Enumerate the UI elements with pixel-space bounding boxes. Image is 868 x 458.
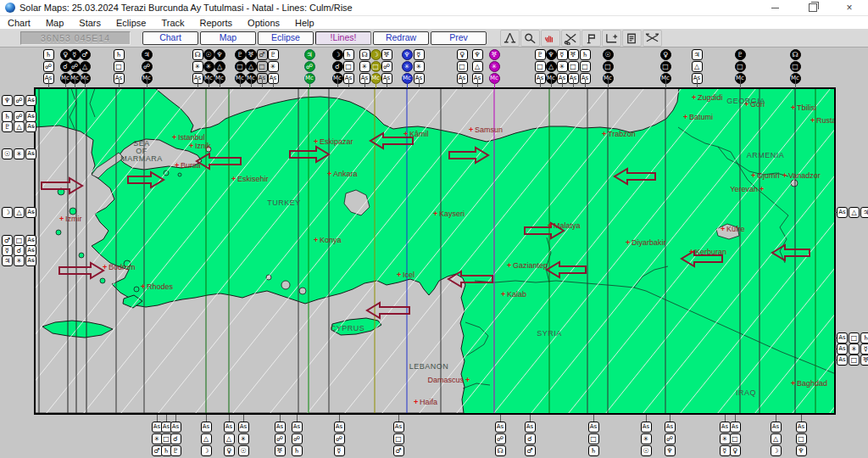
- planet-aspect-glyph: ☉: [641, 445, 652, 456]
- zoom-button[interactable]: [520, 30, 540, 47]
- angle-glyph: As: [495, 422, 506, 433]
- settings-cross-icon: [645, 31, 659, 45]
- planet-aspect-glyph: ♄: [588, 445, 599, 456]
- planet-aspect-glyph: ✳: [268, 61, 279, 72]
- report-button[interactable]: [622, 30, 642, 47]
- marker-leader-line: [670, 415, 670, 422]
- planet-aspect-glyph: ✳: [359, 61, 370, 72]
- marker-leader-line: [530, 415, 531, 422]
- toolbar-button-lines[interactable]: !Lines!: [315, 31, 371, 45]
- line-marker-stack: As✳☉: [641, 422, 652, 457]
- planet-aspect-glyph: ✳: [238, 433, 249, 444]
- axis-point-button[interactable]: [602, 30, 621, 47]
- cut-lines-button[interactable]: [561, 30, 581, 47]
- marker-leader-line: [348, 80, 349, 88]
- planet-aspect-glyph: ♄: [860, 332, 868, 344]
- city-label: +Gjumri: [751, 171, 780, 180]
- map[interactable]: +Istanbul+Iznik+Bursa+Eskisehir+Izmir+Bo…: [0, 47, 868, 458]
- menu-item-options[interactable]: Options: [240, 18, 287, 28]
- marker-leader-line: [500, 415, 501, 422]
- planet-aspect-glyph: □: [370, 61, 381, 72]
- divider-tool-button[interactable]: [500, 30, 520, 47]
- city-label: +Baghdad: [791, 379, 827, 388]
- planet-aspect-glyph: □: [730, 433, 741, 444]
- marker-leader-line: [387, 80, 387, 88]
- planet-aspect-glyph: □: [735, 61, 746, 72]
- flag-tool-button[interactable]: [581, 30, 601, 47]
- svg-text:+: +: [602, 130, 606, 138]
- planet-aspect-glyph: ☉: [203, 49, 214, 60]
- marker-leader-line: [32, 212, 35, 213]
- toolbar-button-chart[interactable]: Chart: [142, 31, 198, 45]
- marker-leader-line: [494, 80, 495, 88]
- marker-leader-line: [48, 80, 49, 88]
- planet-aspect-glyph: □: [535, 61, 546, 72]
- planet-aspect-glyph: ♆: [214, 49, 225, 60]
- planet-aspect-glyph: □: [796, 433, 807, 444]
- svg-text:Batumi: Batumi: [689, 113, 713, 121]
- svg-text:Kâmil: Kâmil: [409, 130, 429, 138]
- marker-leader-line: [398, 415, 399, 422]
- svg-text:+: +: [189, 142, 193, 150]
- toolbar-button-redraw[interactable]: Redraw: [373, 31, 429, 45]
- planet-aspect-glyph: ✳: [641, 433, 652, 444]
- menu-item-track[interactable]: Track: [153, 18, 192, 28]
- planet-aspect-glyph: ☌: [332, 61, 343, 72]
- line-marker-stack: As☍♆: [665, 422, 676, 457]
- menu-item-chart[interactable]: Chart: [0, 18, 38, 28]
- line-marker-stack: As☍☊: [495, 422, 506, 457]
- planet-aspect-glyph: □: [603, 61, 614, 72]
- svg-text:Tbilisi: Tbilisi: [797, 103, 816, 112]
- marker-leader-line: [646, 415, 647, 422]
- svg-text:Gjumri: Gjumri: [757, 171, 780, 180]
- marker-leader-line: [593, 415, 594, 422]
- menu-item-help[interactable]: Help: [287, 18, 322, 28]
- minimize-button[interactable]: [756, 0, 793, 15]
- angle-glyph: As: [393, 422, 404, 433]
- menu-item-eclipse[interactable]: Eclipse: [108, 18, 153, 28]
- angle-glyph: As: [25, 95, 36, 106]
- planet-aspect-glyph: ♅: [275, 445, 286, 456]
- region-label: ARMENIA: [747, 151, 785, 159]
- menu-item-map[interactable]: Map: [38, 18, 71, 28]
- planet-aspect-glyph: △: [14, 207, 25, 218]
- toolbar-button-map[interactable]: Map: [200, 31, 256, 45]
- minimize-icon: [771, 8, 779, 8]
- settings-cross-button[interactable]: [643, 30, 662, 47]
- island: [56, 230, 61, 235]
- line-marker-stack: As□♂: [393, 422, 404, 457]
- svg-text:+: +: [683, 113, 687, 121]
- marker-leader-line: [220, 80, 220, 88]
- menu-item-reports[interactable]: Reports: [192, 18, 241, 28]
- menu-item-stars[interactable]: Stars: [71, 18, 108, 28]
- city-label: +Gaziantep: [507, 261, 548, 270]
- svg-text:+: +: [327, 170, 331, 178]
- planet-aspect-glyph: ✳: [414, 61, 425, 72]
- toolbar-buttons: ChartMapEclipse!Lines!RedrawPrev: [142, 31, 488, 45]
- planet-aspect-glyph: ☽: [201, 445, 212, 456]
- svg-text:+: +: [175, 161, 179, 170]
- region-label: CYPRUS: [331, 324, 365, 332]
- planet-aspect-glyph: △: [224, 433, 235, 444]
- toolbar-button-eclipse[interactable]: Eclipse: [258, 31, 314, 45]
- close-button[interactable]: ×: [831, 0, 868, 15]
- marker-leader-line: [32, 100, 35, 101]
- planet-aspect-glyph: ☍: [334, 433, 345, 444]
- line-marker-stack: As□♆: [796, 422, 807, 457]
- restore-button[interactable]: [793, 0, 831, 15]
- region-label: GEORGIA: [726, 97, 765, 105]
- line-marker-stack: As△♃: [837, 207, 868, 218]
- planet-aspect-glyph: △: [771, 433, 782, 444]
- planet-aspect-glyph: ☍: [275, 433, 286, 444]
- toolbar-button-prev[interactable]: Prev: [431, 31, 487, 45]
- planet-aspect-glyph: ☽: [771, 445, 782, 456]
- coordinates-display: 36N53 045E14: [20, 31, 131, 45]
- pan-hand-button[interactable]: [541, 30, 560, 47]
- city-label: +Bursa: [175, 161, 201, 170]
- map-canvas[interactable]: +Istanbul+Iznik+Bursa+Eskisehir+Izmir+Bo…: [0, 47, 868, 458]
- planet-aspect-glyph: ☉: [2, 148, 13, 159]
- planet-aspect-glyph: ♇: [2, 121, 13, 132]
- svg-text:Baghdad: Baghdad: [797, 379, 827, 388]
- svg-text:Rhodes: Rhodes: [147, 282, 174, 291]
- planet-aspect-glyph: ♄: [343, 49, 354, 60]
